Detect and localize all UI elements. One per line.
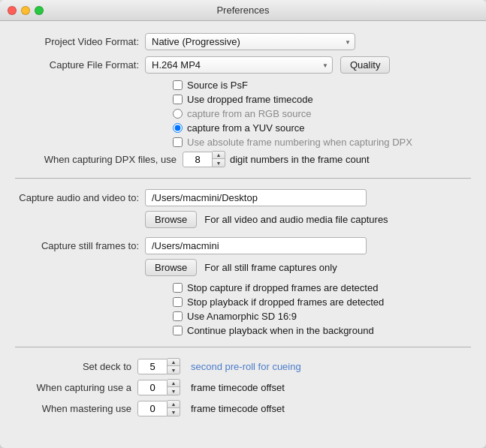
- when-capturing-stepper: ▲ ▼: [137, 379, 180, 395]
- dpx-digit-stepper-buttons: ▲ ▼: [213, 151, 225, 167]
- capture-still-frames-row: Capture still frames to:: [15, 237, 471, 254]
- capture-file-format-row: Capture File Format: H.264 MP4 Quality: [15, 56, 471, 74]
- project-video-format-label: Project Video Format:: [15, 36, 139, 47]
- preferences-content: Project Video Format: Native (Progressiv…: [0, 21, 486, 436]
- stop-playback-row: Stop playback if dropped frames are dete…: [173, 296, 471, 308]
- divider-1: [15, 178, 471, 179]
- stop-capture-row: Stop capture if dropped frames are detec…: [173, 282, 471, 293]
- continue-playback-label: Continue playback when in the background: [187, 325, 374, 336]
- capture-file-format-label: Capture File Format:: [15, 59, 139, 71]
- continue-playback-checkbox[interactable]: [173, 326, 183, 335]
- when-capturing-up-button[interactable]: ▲: [168, 380, 180, 387]
- set-deck-stepper: ▲ ▼: [137, 358, 180, 374]
- set-deck-stepper-buttons: ▲ ▼: [168, 358, 180, 374]
- capture-still-frames-input[interactable]: [145, 237, 367, 254]
- capture-audio-video-input[interactable]: [145, 189, 367, 206]
- dropped-frame-timecode-row: Use dropped frame timecode: [173, 94, 471, 105]
- when-mastering-down-button[interactable]: ▼: [168, 408, 180, 416]
- project-video-format-row: Project Video Format: Native (Progressiv…: [15, 33, 471, 50]
- source-psf-row: Source is PsF: [173, 80, 471, 91]
- dpx-digit-stepper: ▲ ▼: [183, 151, 225, 167]
- divider-2: [15, 347, 471, 347]
- stop-playback-label: Stop playback if dropped frames are dete…: [187, 296, 384, 308]
- capture-file-format-dropdown[interactable]: H.264 MP4: [145, 56, 333, 74]
- set-deck-input[interactable]: [137, 359, 168, 374]
- dpx-digit-up-button[interactable]: ▲: [213, 152, 225, 159]
- when-mastering-up-button[interactable]: ▲: [168, 401, 180, 408]
- minimize-button[interactable]: [21, 6, 30, 15]
- when-capturing-down-button[interactable]: ▼: [168, 387, 180, 395]
- dpx-digit-down-button[interactable]: ▼: [213, 159, 225, 167]
- when-mastering-input[interactable]: [137, 401, 168, 416]
- when-capturing-stepper-buttons: ▲ ▼: [168, 379, 180, 395]
- titlebar: Preferences: [0, 0, 486, 21]
- preferences-window: Preferences Project Video Format: Native…: [0, 0, 486, 448]
- when-capturing-row: When capturing use a ▲ ▼ frame timecode …: [15, 379, 471, 395]
- source-psf-checkbox[interactable]: [173, 80, 183, 90]
- dropped-frame-timecode-checkbox[interactable]: [173, 95, 183, 104]
- for-all-video-label: For all video and audio media file captu…: [204, 214, 388, 225]
- when-capturing-dpx-label: When capturing DPX files, use: [15, 154, 177, 165]
- when-mastering-label: When mastering use: [15, 403, 131, 414]
- capture-rgb-label: capture from an RGB source: [187, 108, 311, 119]
- capture-yuv-row: capture from a YUV source: [173, 122, 471, 134]
- absolute-frame-label: Use absolute frame numbering when captur…: [187, 137, 412, 148]
- when-mastering-row: When mastering use ▲ ▼ frame timecode of…: [15, 400, 471, 416]
- dpx-digit-input[interactable]: [183, 152, 213, 167]
- set-deck-up-button[interactable]: ▲: [168, 359, 180, 366]
- when-capturing-label: When capturing use a: [15, 382, 131, 393]
- capture-audio-video-label: Capture audio and video to:: [15, 192, 139, 203]
- quality-button[interactable]: Quality: [340, 56, 390, 74]
- continue-playback-row: Continue playback when in the background: [173, 325, 471, 336]
- capture-audio-video-row: Capture audio and video to:: [15, 189, 471, 206]
- anamorphic-checkbox[interactable]: [173, 311, 183, 321]
- when-mastering-stepper-buttons: ▲ ▼: [168, 400, 180, 416]
- browse-audio-video-button[interactable]: Browse: [145, 211, 197, 228]
- window-title: Preferences: [216, 5, 269, 16]
- set-deck-row: Set deck to ▲ ▼ second pre-roll for cuei…: [15, 358, 471, 374]
- dpx-digit-suffix-label: digit numbers in the frame count: [230, 154, 370, 165]
- capture-rgb-row: capture from an RGB source: [173, 108, 471, 119]
- source-psf-label: Source is PsF: [187, 80, 248, 91]
- set-deck-down-button[interactable]: ▼: [168, 366, 180, 374]
- capture-rgb-radio[interactable]: [173, 109, 183, 119]
- dpx-digit-row: When capturing DPX files, use ▲ ▼ digit …: [15, 151, 471, 167]
- set-deck-label: Set deck to: [15, 361, 131, 372]
- maximize-button[interactable]: [35, 6, 44, 15]
- checkboxes-block: Source is PsF Use dropped frame timecode…: [173, 80, 471, 148]
- capture-yuv-radio[interactable]: [173, 123, 183, 133]
- browse-still-frames-row: Browse For all still frame captures only: [145, 259, 471, 276]
- stop-playback-checkbox[interactable]: [173, 297, 183, 307]
- anamorphic-label: Use Anamorphic SD 16:9: [187, 311, 297, 322]
- absolute-frame-row: Use absolute frame numbering when captur…: [173, 137, 471, 148]
- capture-still-frames-label: Capture still frames to:: [15, 240, 139, 251]
- when-capturing-input[interactable]: [137, 380, 168, 395]
- set-deck-suffix-label: second pre-roll for cueing: [191, 361, 301, 372]
- browse-still-frames-button[interactable]: Browse: [145, 259, 197, 276]
- close-button[interactable]: [8, 6, 17, 15]
- project-video-format-dropdown[interactable]: Native (Progressive): [145, 33, 355, 50]
- absolute-frame-checkbox[interactable]: [173, 137, 183, 147]
- bottom-checkboxes: Stop capture if dropped frames are detec…: [173, 282, 471, 336]
- capture-file-format-dropdown-wrap: H.264 MP4: [145, 56, 333, 74]
- stop-capture-checkbox[interactable]: [173, 283, 183, 293]
- browse-audio-video-row: Browse For all video and audio media fil…: [145, 211, 471, 228]
- when-mastering-stepper: ▲ ▼: [137, 400, 180, 416]
- anamorphic-row: Use Anamorphic SD 16:9: [173, 311, 471, 322]
- stop-capture-label: Stop capture if dropped frames are detec…: [187, 282, 378, 293]
- window-controls: [8, 6, 44, 15]
- when-mastering-suffix-label: frame timecode offset: [191, 403, 285, 414]
- for-all-still-label: For all still frame captures only: [204, 262, 337, 273]
- project-video-format-dropdown-wrap: Native (Progressive): [145, 33, 355, 50]
- dropped-frame-timecode-label: Use dropped frame timecode: [187, 94, 313, 105]
- when-capturing-suffix-label: frame timecode offset: [191, 382, 285, 393]
- capture-yuv-label: capture from a YUV source: [187, 122, 305, 134]
